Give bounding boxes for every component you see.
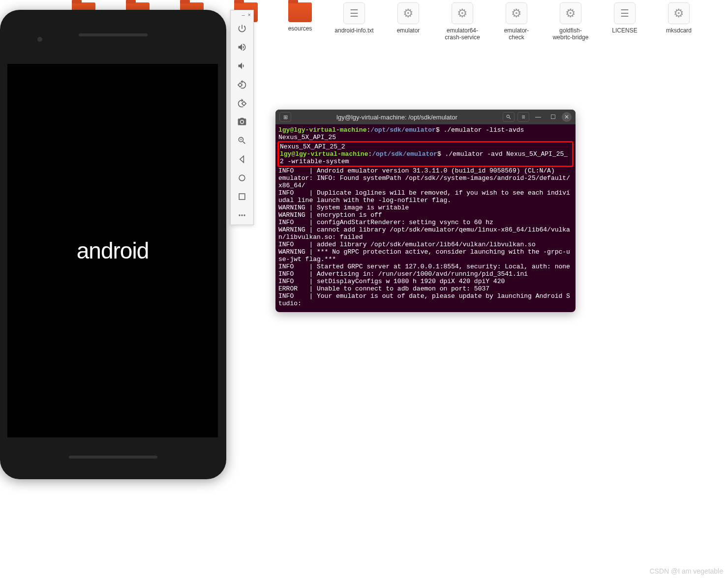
power-button[interactable] xyxy=(231,19,253,38)
text-file-icon xyxy=(614,2,636,24)
executable-icon xyxy=(668,2,690,24)
close-button[interactable]: × xyxy=(248,12,251,18)
phone-speaker-top xyxy=(79,33,148,36)
zoom-icon xyxy=(237,136,247,145)
terminal-header[interactable]: ⊞ lgy@lgy-virtual-machine: /opt/sdk/emul… xyxy=(275,110,576,124)
command-text: ./emulator -list-avds xyxy=(443,126,524,134)
svg-point-4 xyxy=(243,214,245,216)
home-icon xyxy=(237,173,247,183)
back-button[interactable] xyxy=(231,150,253,169)
svg-rect-1 xyxy=(239,194,245,200)
terminal-body[interactable]: lgy@lgy-virtual-machine:/opt/sdk/emulato… xyxy=(275,124,576,312)
more-button[interactable] xyxy=(231,206,253,225)
new-tab-button[interactable]: ⊞ xyxy=(279,112,291,122)
prompt-user: lgy@lgy-virtual-machine xyxy=(278,126,366,134)
search-button[interactable] xyxy=(503,112,515,122)
volume-up-icon xyxy=(237,42,247,52)
phone-screen[interactable]: android xyxy=(7,64,218,437)
volume-up-button[interactable] xyxy=(231,38,253,57)
terminal-window: ⊞ lgy@lgy-virtual-machine: /opt/sdk/emul… xyxy=(275,110,576,312)
svg-point-0 xyxy=(239,175,245,181)
search-icon xyxy=(506,114,512,120)
overview-icon xyxy=(237,192,247,202)
executable-icon xyxy=(506,2,527,24)
icon-label: android-info.txt xyxy=(334,27,373,34)
zoom-button[interactable] xyxy=(231,131,253,150)
folder-resources[interactable]: esources xyxy=(280,2,320,41)
output-line: Nexus_5X_API_25 xyxy=(278,134,336,141)
icon-label: emulator xyxy=(397,27,420,34)
android-boot-logo: android xyxy=(77,237,149,264)
output-line: Nexus_5X_API_25_2 xyxy=(280,143,345,150)
file-mksdcard[interactable]: mksdcard xyxy=(659,2,698,41)
text-file-icon xyxy=(343,2,365,24)
file-emulator64-crash-service[interactable]: emulator64-crash-service xyxy=(443,2,482,41)
emulator-toolbar: – × xyxy=(230,10,254,225)
file-license[interactable]: LICENSE xyxy=(605,2,644,41)
android-emulator-device[interactable]: android xyxy=(0,10,226,479)
executable-icon xyxy=(560,2,581,24)
menu-button[interactable]: ≡ xyxy=(517,112,529,122)
highlighted-command: Nexus_5X_API_25_2 lgy@lgy-virtual-machin… xyxy=(277,141,574,167)
more-icon xyxy=(237,210,247,220)
phone-camera xyxy=(37,37,42,42)
icon-label: LICENSE xyxy=(612,27,637,34)
minimize-button[interactable]: – xyxy=(242,12,244,18)
icon-label: emulator64-crash-service xyxy=(443,27,482,41)
volume-down-icon xyxy=(237,61,247,71)
file-android-info[interactable]: android-info.txt xyxy=(334,2,374,41)
phone-speaker-bottom xyxy=(69,456,157,459)
volume-down-button[interactable] xyxy=(231,57,253,75)
svg-point-3 xyxy=(241,214,243,216)
rotate-left-icon xyxy=(237,80,247,89)
folder-icon xyxy=(288,2,312,22)
watermark: CSDN @I am vegetable xyxy=(649,567,723,575)
home-button[interactable] xyxy=(231,169,253,187)
terminal-output: INFO | Android emulator version 31.3.11.… xyxy=(278,167,570,307)
terminal-title: lgy@lgy-virtual-machine: /opt/sdk/emulat… xyxy=(294,114,500,121)
back-icon xyxy=(237,154,247,164)
file-emulator[interactable]: emulator xyxy=(389,2,428,41)
rotate-right-button[interactable] xyxy=(231,94,253,113)
icon-label: emulator-check xyxy=(497,27,536,41)
power-icon xyxy=(237,24,247,33)
close-button[interactable]: ✕ xyxy=(562,112,572,122)
screenshot-button[interactable] xyxy=(231,113,253,131)
prompt-path: /opt/sdk/emulator xyxy=(372,150,437,158)
maximize-button[interactable]: ☐ xyxy=(547,112,559,122)
camera-icon xyxy=(237,117,247,127)
executable-icon xyxy=(397,2,419,24)
minimize-button[interactable]: — xyxy=(532,112,544,122)
emulator-toolbar-header: – × xyxy=(231,10,253,19)
svg-point-2 xyxy=(239,214,240,216)
file-goldfish-webrtc-bridge[interactable]: goldfish-webrtc-bridge xyxy=(551,2,590,41)
prompt-path: /opt/sdk/emulator xyxy=(370,126,436,134)
rotate-left-button[interactable] xyxy=(231,75,253,94)
icon-label: mksdcard xyxy=(666,27,692,34)
executable-icon xyxy=(452,2,473,24)
overview-button[interactable] xyxy=(231,187,253,206)
file-emulator-check[interactable]: emulator-check xyxy=(497,2,536,41)
icon-label: goldfish-webrtc-bridge xyxy=(551,27,590,41)
icon-label: esources xyxy=(288,25,312,32)
prompt-user: lgy@lgy-virtual-machine xyxy=(280,150,368,158)
rotate-right-icon xyxy=(237,98,247,108)
